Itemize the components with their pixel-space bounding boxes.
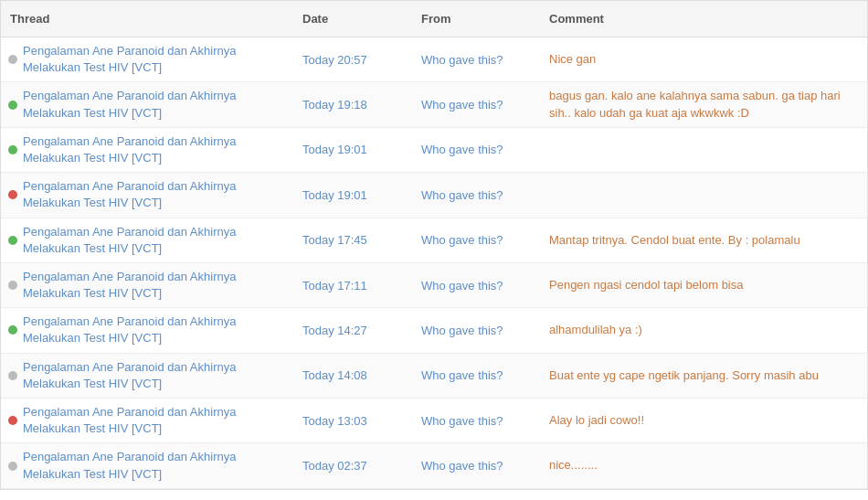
from-link[interactable]: Who gave this?	[421, 368, 503, 382]
table-body: Pengalaman Ane Paranoid dan Akhirnya Mel…	[1, 37, 867, 489]
thread-link[interactable]: Pengalaman Ane Paranoid dan Akhirnya Mel…	[23, 314, 286, 346]
date-cell: Today 19:18	[293, 92, 412, 117]
status-dot	[8, 236, 17, 245]
table-row: Pengalaman Ane Paranoid dan Akhirnya Mel…	[1, 173, 867, 218]
status-dot	[8, 190, 17, 199]
thread-cell: Pengalaman Ane Paranoid dan Akhirnya Mel…	[1, 37, 293, 81]
table-header: Thread Date From Comment	[1, 1, 867, 37]
comment-cell: alhamdulilah ya :)	[540, 316, 867, 344]
from-link[interactable]: Who gave this?	[421, 459, 503, 473]
from-cell: Who gave this?	[412, 228, 540, 252]
comment-cell	[540, 189, 867, 200]
from-link[interactable]: Who gave this?	[421, 279, 503, 293]
date-cell: Today 14:08	[293, 363, 412, 388]
from-link[interactable]: Who gave this?	[421, 98, 503, 112]
main-table: Thread Date From Comment Pengalaman Ane …	[0, 0, 868, 490]
table-row: Pengalaman Ane Paranoid dan Akhirnya Mel…	[1, 308, 867, 353]
table-row: Pengalaman Ane Paranoid dan Akhirnya Mel…	[1, 354, 867, 399]
thread-link[interactable]: Pengalaman Ane Paranoid dan Akhirnya Mel…	[23, 88, 286, 121]
comment-cell: Pengen ngasi cendol tapi belom bisa	[540, 271, 867, 299]
thread-link[interactable]: Pengalaman Ane Paranoid dan Akhirnya Mel…	[23, 449, 286, 482]
header-date: Date	[293, 8, 412, 29]
thread-cell: Pengalaman Ane Paranoid dan Akhirnya Mel…	[1, 399, 293, 442]
status-dot	[8, 325, 17, 335]
thread-cell: Pengalaman Ane Paranoid dan Akhirnya Mel…	[1, 354, 293, 398]
date-cell: Today 02:37	[293, 453, 412, 478]
from-link[interactable]: Who gave this?	[421, 143, 503, 156]
from-cell: Who gave this?	[412, 273, 540, 298]
table-row: Pengalaman Ane Paranoid dan Akhirnya Mel…	[1, 263, 867, 308]
thread-link[interactable]: Pengalaman Ane Paranoid dan Akhirnya Mel…	[23, 224, 286, 257]
thread-link[interactable]: Pengalaman Ane Paranoid dan Akhirnya Mel…	[23, 133, 286, 166]
date-cell: Today 17:45	[293, 228, 412, 252]
from-cell: Who gave this?	[412, 137, 540, 162]
table-row: Pengalaman Ane Paranoid dan Akhirnya Mel…	[1, 128, 867, 173]
from-link[interactable]: Who gave this?	[421, 233, 503, 247]
thread-cell: Pengalaman Ane Paranoid dan Akhirnya Mel…	[1, 308, 293, 352]
comment-cell: Nice gan	[540, 46, 867, 73]
comment-cell: Buat ente yg cape ngetik panjang. Sorry …	[540, 362, 867, 389]
thread-cell: Pengalaman Ane Paranoid dan Akhirnya Mel…	[1, 128, 293, 172]
thread-link[interactable]: Pengalaman Ane Paranoid dan Akhirnya Mel…	[23, 43, 286, 76]
thread-cell: Pengalaman Ane Paranoid dan Akhirnya Mel…	[1, 218, 293, 262]
thread-cell: Pengalaman Ane Paranoid dan Akhirnya Mel…	[1, 263, 293, 307]
comment-cell: Alay lo jadi cowo!!	[540, 407, 867, 434]
from-cell: Who gave this?	[412, 453, 540, 478]
table-row: Pengalaman Ane Paranoid dan Akhirnya Mel…	[1, 82, 867, 127]
table-row: Pengalaman Ane Paranoid dan Akhirnya Mel…	[1, 218, 867, 263]
comment-cell: Mantap tritnya. Cendol buat ente. By : p…	[540, 227, 867, 254]
status-dot	[8, 55, 17, 64]
from-link[interactable]: Who gave this?	[421, 324, 503, 337]
comment-cell: bagus gan. kalo ane kalahnya sama sabun.…	[540, 82, 867, 126]
from-cell: Who gave this?	[412, 318, 540, 343]
from-link[interactable]: Who gave this?	[421, 53, 503, 67]
status-dot	[8, 145, 17, 154]
thread-link[interactable]: Pengalaman Ane Paranoid dan Akhirnya Mel…	[23, 178, 286, 211]
status-dot	[8, 416, 17, 425]
status-dot	[8, 281, 17, 290]
table-row: Pengalaman Ane Paranoid dan Akhirnya Mel…	[1, 443, 867, 488]
comment-cell	[540, 144, 867, 155]
table-row: Pengalaman Ane Paranoid dan Akhirnya Mel…	[1, 399, 867, 443]
thread-link[interactable]: Pengalaman Ane Paranoid dan Akhirnya Mel…	[23, 404, 286, 437]
comment-cell: nice........	[540, 452, 867, 479]
date-cell: Today 17:11	[293, 273, 412, 298]
from-link[interactable]: Who gave this?	[421, 414, 503, 428]
date-cell: Today 13:03	[293, 409, 412, 433]
from-link[interactable]: Who gave this?	[421, 188, 503, 202]
status-dot	[8, 462, 17, 471]
thread-cell: Pengalaman Ane Paranoid dan Akhirnya Mel…	[1, 173, 293, 217]
status-dot	[8, 371, 17, 380]
header-from: From	[412, 8, 540, 29]
date-cell: Today 19:01	[293, 137, 412, 162]
status-dot	[8, 101, 17, 110]
date-cell: Today 20:57	[293, 48, 412, 72]
from-cell: Who gave this?	[412, 48, 540, 72]
from-cell: Who gave this?	[412, 363, 540, 388]
thread-link[interactable]: Pengalaman Ane Paranoid dan Akhirnya Mel…	[23, 269, 286, 302]
thread-cell: Pengalaman Ane Paranoid dan Akhirnya Mel…	[1, 82, 293, 126]
from-cell: Who gave this?	[412, 92, 540, 117]
table-row: Pengalaman Ane Paranoid dan Akhirnya Mel…	[1, 37, 867, 82]
thread-cell: Pengalaman Ane Paranoid dan Akhirnya Mel…	[1, 443, 293, 487]
header-thread: Thread	[1, 8, 293, 29]
date-cell: Today 19:01	[293, 183, 412, 207]
from-cell: Who gave this?	[412, 183, 540, 207]
header-comment: Comment	[540, 8, 867, 29]
from-cell: Who gave this?	[412, 409, 540, 433]
thread-link[interactable]: Pengalaman Ane Paranoid dan Akhirnya Mel…	[23, 359, 286, 392]
date-cell: Today 14:27	[293, 318, 412, 343]
